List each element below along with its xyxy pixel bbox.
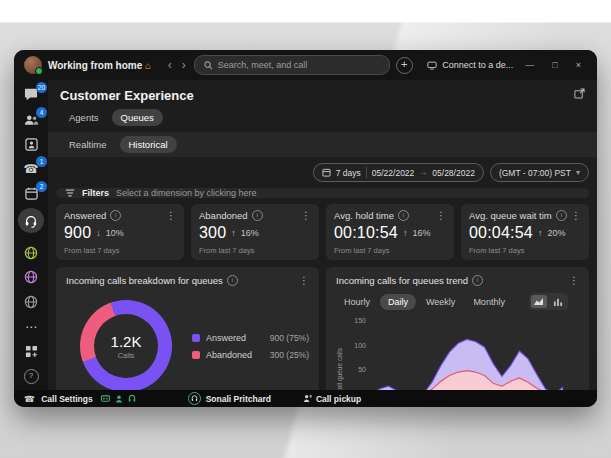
kebab-menu-icon[interactable]: ⋮ [436, 210, 446, 221]
maximize-button[interactable]: □ [546, 60, 563, 70]
trend-up-icon: ↑ [403, 228, 408, 238]
add-button[interactable]: + [396, 57, 413, 74]
chevron-down-icon: ▾ [576, 168, 580, 177]
sidebar-item-customer-experience[interactable] [18, 208, 44, 232]
ellipsis-icon: ⋯ [25, 321, 37, 333]
calendar-icon [25, 187, 38, 200]
donut-unit: Calls [118, 351, 135, 360]
filters-bar[interactable]: Filters Select a dimension by clicking h… [56, 188, 589, 198]
legend-swatch [192, 351, 200, 359]
filters-hint: Select a dimension by clicking here [116, 188, 257, 198]
kebab-menu-icon[interactable]: ⋮ [301, 210, 311, 221]
tab-daily[interactable]: Daily [380, 294, 416, 310]
legend-item-abandoned[interactable]: Abandoned 300 (25%) [192, 350, 309, 360]
donut-total: 1.2K [111, 333, 142, 350]
bar-chart-toggle[interactable] [550, 295, 566, 308]
info-icon[interactable]: i [227, 275, 238, 286]
sidebar-item-help[interactable]: ? [19, 366, 43, 386]
legend-label: Answered [206, 333, 246, 343]
tab-agents[interactable]: Agents [60, 109, 108, 126]
presence-dot [35, 67, 43, 75]
sidebar-item-calling[interactable]: ☎ 1 [19, 159, 43, 179]
presence-icon[interactable] [115, 395, 123, 403]
arrow-right-icon: → [419, 168, 427, 177]
kpi-label: Avg. hold time [334, 210, 394, 221]
tab-hourly[interactable]: Hourly [336, 294, 378, 310]
close-button[interactable]: × [570, 60, 587, 70]
sidebar-item-apps[interactable] [19, 342, 43, 362]
timezone-select[interactable]: (GMT - 07:00) PST ▾ [490, 163, 589, 182]
tab-realtime[interactable]: Realtime [60, 136, 116, 153]
minimize-button[interactable]: — [519, 60, 540, 70]
sidebar-item-teams[interactable]: 4 [19, 110, 43, 130]
globe-gray-icon [24, 295, 38, 309]
charts-row: Incoming calls breakdown for queues i ⋮ … [56, 267, 589, 390]
kpi-label: Avg. queue wait time [469, 210, 552, 221]
trend-chart-card: Incoming calls for queues trend i ⋮ Hour… [326, 267, 589, 390]
date-range-picker[interactable]: 7 days 05/22/2022 → 05/28/2022 [313, 163, 484, 182]
info-icon[interactable]: i [398, 210, 409, 221]
svg-text:100: 100 [354, 342, 366, 349]
open-in-new-window-icon[interactable] [574, 88, 585, 99]
start-date: 05/22/2022 [372, 168, 415, 178]
connect-to-device-button[interactable]: Connect to a de... [427, 60, 513, 70]
tab-monthly[interactable]: Monthly [465, 294, 513, 310]
kpi-value: 300 [199, 224, 226, 242]
call-pickup-icon [303, 394, 312, 403]
info-icon[interactable]: i [110, 210, 121, 221]
legend-swatch [192, 334, 200, 342]
kebab-menu-icon[interactable]: ⋮ [571, 210, 581, 221]
info-icon[interactable]: i [556, 210, 567, 221]
call-service-icons [101, 394, 136, 403]
kebab-menu-icon[interactable]: ⋮ [166, 210, 176, 221]
card-title: Incoming calls breakdown for queues [66, 275, 223, 286]
area-chart-icon [533, 297, 544, 306]
notification-badge: 2 [36, 181, 47, 192]
status-title[interactable]: Working from home ⌂ [48, 60, 151, 71]
sidebar-item-meetings[interactable]: 2 [19, 184, 43, 204]
search-placeholder: Search, meet, and call [218, 60, 308, 70]
info-icon[interactable]: i [472, 275, 483, 286]
legend-value: 900 (75%) [270, 333, 309, 343]
kebab-menu-icon[interactable]: ⋮ [569, 275, 579, 286]
sidebar-item-web-app-green[interactable] [19, 243, 43, 263]
help-icon: ? [24, 369, 39, 384]
info-icon[interactable]: i [252, 210, 263, 221]
kpi-card-abandoned: Abandonedi⋮ 300↑16% From last 7 days [191, 204, 319, 260]
legend-value: 300 (25%) [270, 350, 309, 360]
trend-percent: 16% [241, 228, 259, 238]
trend-percent: 10% [106, 228, 124, 238]
apps-icon [25, 345, 38, 358]
sidebar-item-messaging[interactable]: 20 [19, 85, 43, 105]
donut-ring[interactable]: 1.2K Calls [80, 300, 172, 390]
sidebar-item-web-app-gray[interactable] [19, 292, 43, 312]
tab-weekly[interactable]: Weekly [418, 294, 463, 310]
notification-badge: 4 [36, 107, 47, 118]
tab-queues[interactable]: Queues [112, 109, 163, 126]
legend-item-answered[interactable]: Answered 900 (75%) [192, 333, 309, 343]
trend-area-svg[interactable]: 50100150 [345, 316, 563, 390]
agent-status-button[interactable]: Sonali Pritchard [188, 392, 271, 405]
call-settings-button[interactable]: Call Settings [41, 394, 92, 404]
svg-text:50: 50 [358, 366, 366, 373]
call-pickup-button[interactable]: Call pickup [303, 394, 361, 404]
notification-badge: 20 [36, 82, 47, 93]
kpi-label: Answered [64, 210, 106, 221]
kebab-menu-icon[interactable]: ⋮ [299, 275, 309, 286]
sidebar-item-contacts[interactable] [19, 134, 43, 154]
search-input[interactable]: Search, meet, and call [194, 55, 390, 75]
nav-back-button[interactable]: ‹ [166, 59, 174, 71]
timezone-value: (GMT - 07:00) PST [499, 168, 571, 178]
area-chart-toggle[interactable] [531, 295, 547, 308]
tab-historical[interactable]: Historical [120, 136, 177, 153]
nav-forward-button[interactable]: › [180, 59, 188, 71]
home-icon: ⌂ [145, 60, 151, 71]
sidebar-item-more[interactable]: ⋯ [19, 317, 43, 337]
trend-plot: Call queue calls 50100150 [336, 316, 579, 390]
filters-label: Filters [82, 188, 109, 198]
user-avatar[interactable] [24, 56, 42, 74]
trend-percent: 16% [412, 228, 430, 238]
voicemail-icon[interactable] [101, 395, 110, 403]
headset-small-icon[interactable] [128, 394, 136, 403]
sidebar-item-web-app-purple[interactable] [19, 268, 43, 288]
